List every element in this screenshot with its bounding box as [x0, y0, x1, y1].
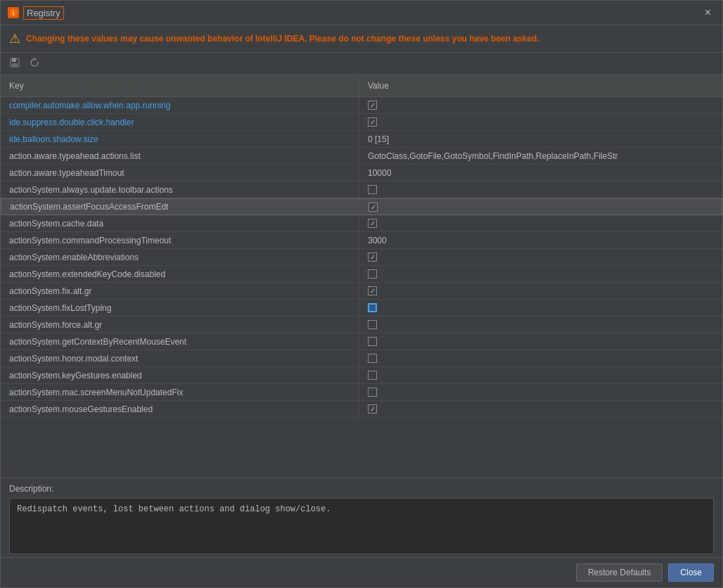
- description-label: Description:: [9, 484, 714, 494]
- cell-value: [359, 98, 385, 112]
- cell-value: GotoClass,GotoFile,GotoSymbol,FindInPath…: [359, 149, 627, 163]
- checkbox[interactable]: [368, 253, 377, 262]
- cell-key: action.aware.typeahead.actions.list: [1, 149, 359, 163]
- cell-value: [359, 335, 385, 348]
- table-row[interactable]: ide.balloon.shadow.size0 [15]: [1, 131, 722, 148]
- table-container: Key Value compiler.automake.allow.when.a…: [1, 75, 722, 478]
- cell-value: [359, 250, 385, 264]
- description-text: Redispatch events, lost between actions …: [9, 498, 714, 554]
- checkbox[interactable]: [368, 404, 377, 414]
- cell-value: [359, 301, 385, 314]
- refresh-button[interactable]: [26, 56, 43, 72]
- table-row[interactable]: actionSystem.honor.modal.context: [1, 350, 722, 367]
- cell-key: actionSystem.commandProcessingTimeout: [1, 234, 359, 248]
- close-dialog-button[interactable]: Close: [668, 563, 714, 582]
- svg-text:i: i: [13, 10, 15, 17]
- cell-key: compiler.automake.allow.when.app.running: [1, 98, 359, 113]
- table-row[interactable]: actionSystem.assertFocusAccessFromEdt: [1, 198, 722, 215]
- app-icon: i: [8, 7, 19, 18]
- cell-text-value: 0 [15]: [368, 134, 389, 144]
- cell-key: actionSystem.fix.alt.gr: [1, 284, 359, 298]
- svg-rect-4: [12, 63, 18, 66]
- table-row[interactable]: actionSystem.cache.data: [1, 215, 722, 232]
- cell-key: actionSystem.extendedKeyCode.disabled: [1, 267, 359, 281]
- cell-key: actionSystem.mouseGesturesEnabled: [1, 402, 359, 416]
- cell-value: [359, 183, 385, 196]
- cell-key: actionSystem.enableAbbreviations: [1, 250, 359, 264]
- checkbox[interactable]: [368, 185, 377, 194]
- cell-value: [359, 352, 385, 365]
- table-row[interactable]: action.aware.typeaheadTimout10000: [1, 165, 722, 181]
- cell-key: ide.suppress.double.click.handler: [1, 115, 359, 129]
- cell-value: [359, 369, 385, 382]
- table-row[interactable]: actionSystem.getContextByRecentMouseEven…: [1, 333, 722, 350]
- table-row[interactable]: actionSystem.keyGestures.enabled: [1, 367, 722, 384]
- cell-value: [360, 200, 386, 214]
- checkbox[interactable]: [368, 371, 377, 380]
- cell-value: 3000: [359, 234, 395, 248]
- cell-value: [359, 284, 385, 298]
- checkbox[interactable]: [369, 203, 378, 212]
- value-column-header: Value: [359, 78, 397, 94]
- close-button[interactable]: ×: [700, 5, 715, 20]
- warning-text: Changing these values may cause unwanted…: [26, 34, 539, 44]
- cell-value: [359, 318, 385, 331]
- restore-defaults-button[interactable]: Restore Defaults: [576, 563, 663, 582]
- description-section: Description: Redispatch events, lost bet…: [1, 478, 722, 557]
- checkbox[interactable]: [368, 219, 377, 228]
- title-bar-left: i Registry: [8, 6, 64, 20]
- table-header: Key Value: [1, 75, 722, 97]
- checkbox[interactable]: [368, 337, 377, 346]
- cell-value: 10000: [359, 166, 399, 180]
- cell-key: actionSystem.mac.screenMenuNotUpdatedFix: [1, 385, 359, 400]
- cell-key: ide.balloon.shadow.size: [1, 132, 359, 146]
- checkbox[interactable]: [368, 354, 377, 363]
- table-row[interactable]: actionSystem.force.alt.gr: [1, 317, 722, 333]
- cell-key: actionSystem.honor.modal.context: [1, 352, 359, 366]
- svg-rect-3: [12, 58, 16, 62]
- cell-value: [359, 267, 385, 281]
- cell-key: actionSystem.keyGestures.enabled: [1, 369, 359, 383]
- cell-value: 0 [15]: [359, 132, 397, 146]
- table-row[interactable]: actionSystem.mouseGesturesEnabled: [1, 401, 722, 418]
- cell-key: actionSystem.fixLostTyping: [1, 301, 359, 315]
- dialog-title: Registry: [23, 6, 64, 20]
- table-row[interactable]: actionSystem.commandProcessingTimeout300…: [1, 232, 722, 249]
- cell-value: [359, 402, 385, 416]
- cell-text-value: GotoClass,GotoFile,GotoSymbol,FindInPath…: [368, 151, 618, 161]
- cell-value: [359, 385, 385, 399]
- save-button[interactable]: [6, 56, 23, 72]
- table-row[interactable]: actionSystem.enableAbbreviations: [1, 249, 722, 266]
- cell-key: actionSystem.force.alt.gr: [1, 318, 359, 332]
- cell-key: actionSystem.assertFocusAccessFromEdt: [1, 200, 360, 214]
- checkbox[interactable]: [368, 388, 377, 397]
- table-row[interactable]: actionSystem.fixLostTyping: [1, 300, 722, 317]
- cell-key: action.aware.typeaheadTimout: [1, 166, 359, 180]
- bottom-bar: Restore Defaults Close: [1, 557, 722, 587]
- table-row[interactable]: actionSystem.always.update.toolbar.actio…: [1, 181, 722, 198]
- cell-key: actionSystem.always.update.toolbar.actio…: [1, 183, 359, 197]
- registry-dialog: i Registry × ⚠ Changing these values may…: [0, 0, 723, 588]
- cell-value: [359, 217, 385, 230]
- checkbox[interactable]: [368, 286, 377, 295]
- checkbox[interactable]: [368, 269, 377, 279]
- table-row[interactable]: actionSystem.mac.screenMenuNotUpdatedFix: [1, 384, 722, 401]
- checkbox[interactable]: [368, 320, 377, 329]
- checkbox[interactable]: [368, 303, 377, 312]
- key-column-header: Key: [1, 78, 359, 94]
- table-row[interactable]: actionSystem.fix.alt.gr: [1, 283, 722, 300]
- table-row[interactable]: action.aware.typeahead.actions.listGotoC…: [1, 148, 722, 165]
- cell-key: actionSystem.getContextByRecentMouseEven…: [1, 335, 359, 349]
- table-row[interactable]: actionSystem.extendedKeyCode.disabled: [1, 266, 722, 283]
- table-row[interactable]: ide.suppress.double.click.handler: [1, 114, 722, 131]
- checkbox[interactable]: [368, 117, 377, 127]
- table-row[interactable]: compiler.automake.allow.when.app.running: [1, 97, 722, 114]
- cell-text-value: 3000: [368, 236, 387, 245]
- checkbox[interactable]: [368, 101, 377, 110]
- warning-icon: ⚠: [9, 31, 20, 46]
- cell-value: [359, 115, 385, 129]
- table-body[interactable]: compiler.automake.allow.when.app.running…: [1, 97, 722, 478]
- warning-bar: ⚠ Changing these values may cause unwant…: [1, 25, 722, 53]
- title-bar: i Registry ×: [1, 1, 722, 25]
- cell-key: actionSystem.cache.data: [1, 217, 359, 231]
